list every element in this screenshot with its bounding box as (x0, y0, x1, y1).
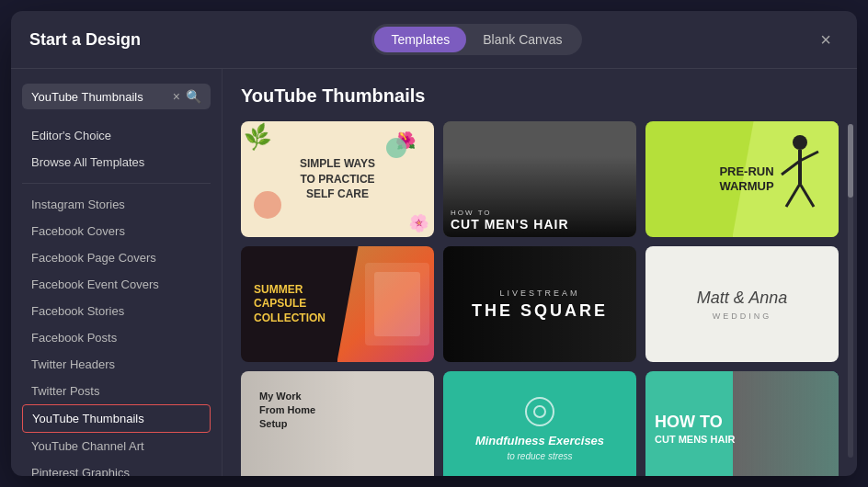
sidebar-item-youtube-channel-art[interactable]: YouTube Channel Art (22, 433, 211, 459)
sidebar: YouTube Thumbnails × 🔍 Editor's Choice B… (11, 69, 223, 476)
svg-point-0 (793, 135, 807, 150)
sidebar-item-facebook-page-covers[interactable]: Facebook Page Covers (22, 244, 211, 271)
card-2-title: CUT MEN'S HAIR (451, 217, 629, 232)
template-card-wedding[interactable]: Matt & Anna WEDDING (645, 246, 839, 362)
scrollbar-track[interactable] (848, 124, 853, 458)
card-8-sub: to reduce stress (507, 451, 572, 461)
template-card-mindfulness[interactable]: Mindfulness Exercises to reduce stress (443, 371, 636, 476)
sidebar-divider (22, 183, 211, 184)
sidebar-item-facebook-event-covers[interactable]: Facebook Event Covers (22, 271, 211, 298)
header-tabs: Templates Blank Canvas (371, 24, 581, 55)
card-1-title: SIMPLE WAYSTO PRACTICESELF CARE (300, 156, 375, 202)
tab-templates[interactable]: Templates (374, 27, 466, 52)
card-5-sub: LIVESTREAM (499, 289, 579, 298)
card-7-title: My WorkFrom HomeSetup (259, 390, 315, 431)
sidebar-quick-links: Editor's Choice Browse All Templates (22, 122, 211, 176)
card-9-sub: CUT MENS HAIR (655, 434, 829, 445)
search-bar[interactable]: YouTube Thumbnails × 🔍 (22, 84, 211, 109)
sidebar-item-facebook-posts[interactable]: Facebook Posts (22, 324, 211, 351)
mindfulness-icon (525, 397, 554, 426)
svg-line-2 (782, 161, 800, 175)
template-card-summer[interactable]: SUMMERCAPSULECOLLECTION (241, 246, 434, 362)
sidebar-category-list: Instagram Stories Facebook Covers Facebo… (22, 191, 211, 476)
sidebar-item-pinterest-graphics[interactable]: Pinterest Graphics (22, 459, 211, 476)
card-6-sub: WEDDING (713, 311, 772, 321)
search-icon[interactable]: 🔍 (186, 89, 201, 104)
clear-search-icon[interactable]: × (173, 89, 180, 104)
modal-title: Start a Design (29, 30, 141, 50)
sidebar-item-youtube-thumbnails[interactable]: YouTube Thumbnails (22, 404, 211, 433)
templates-grid: 🌿 🌸 🌺 SIMPLE WAYSTO PRACTICESELF CARE HO… (241, 121, 839, 476)
sidebar-item-facebook-covers[interactable]: Facebook Covers (22, 218, 211, 244)
template-card-wfh[interactable]: My WorkFrom HomeSetup (241, 371, 434, 476)
main-section-title: YouTube Thumbnails (241, 85, 839, 107)
card-9-title: HOW TO (655, 413, 829, 432)
svg-line-4 (786, 184, 800, 207)
svg-line-3 (800, 152, 818, 161)
sidebar-item-browse-all[interactable]: Browse All Templates (22, 149, 211, 176)
sidebar-item-instagram-stories[interactable]: Instagram Stories (22, 191, 211, 218)
close-button[interactable]: × (813, 27, 839, 52)
modal-header: Start a Design Templates Blank Canvas × (11, 11, 857, 69)
card-2-overlay: HOW TO CUT MEN'S HAIR (443, 203, 636, 237)
card-8-title: Mindfulness Exercises (475, 434, 604, 447)
sidebar-item-twitter-headers[interactable]: Twitter Headers (22, 351, 211, 378)
template-card-self-care[interactable]: 🌿 🌸 🌺 SIMPLE WAYSTO PRACTICESELF CARE (241, 121, 434, 237)
template-card-howto[interactable]: HOW TO CUT MENS HAIR (645, 371, 839, 476)
card-5-title: THE SQUARE (472, 301, 608, 321)
start-design-modal: Start a Design Templates Blank Canvas × … (11, 11, 857, 476)
scrollbar-thumb[interactable] (848, 124, 853, 198)
card-6-name: Matt & Anna (697, 289, 787, 308)
tab-blank-canvas[interactable]: Blank Canvas (466, 27, 578, 52)
sidebar-item-twitter-posts[interactable]: Twitter Posts (22, 378, 211, 404)
sidebar-item-editors-choice[interactable]: Editor's Choice (22, 122, 211, 149)
card-3-title: PRE-RUNWARMUP (710, 164, 773, 193)
template-card-warmup[interactable]: PRE-RUNWARMUP (645, 121, 839, 237)
modal-body: YouTube Thumbnails × 🔍 Editor's Choice B… (11, 69, 857, 476)
sidebar-item-facebook-stories[interactable]: Facebook Stories (22, 298, 211, 324)
card-4-title: SUMMERCAPSULECOLLECTION (254, 283, 326, 326)
main-content: YouTube Thumbnails 🌿 🌸 🌺 SIMPLE WAYSTO P… (223, 69, 857, 476)
template-card-haircut[interactable]: HOW TO CUT MEN'S HAIR (443, 121, 636, 237)
template-card-square[interactable]: LIVESTREAM THE SQUARE (443, 246, 636, 362)
svg-line-5 (800, 184, 814, 207)
search-value: YouTube Thumbnails (31, 90, 167, 104)
card-2-sub: HOW TO (451, 209, 629, 217)
